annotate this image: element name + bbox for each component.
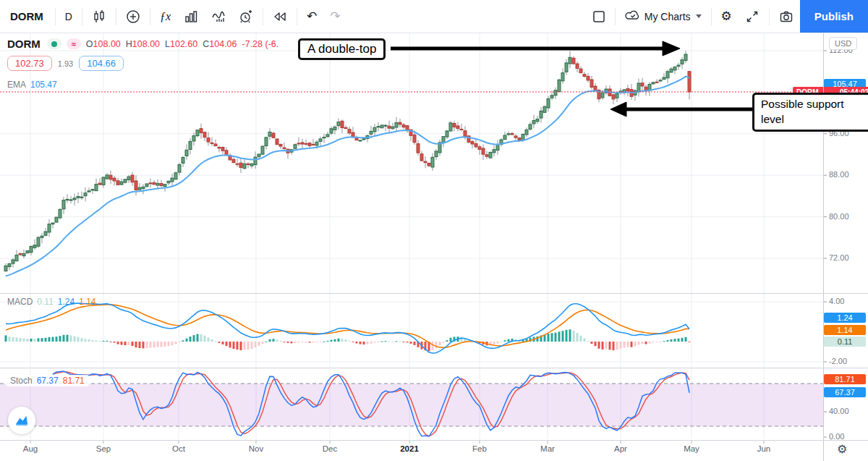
macd-line-value: 1.24 [58,297,75,307]
my-charts-label: My Charts [644,11,691,22]
chart-canvas[interactable] [0,0,868,461]
macd-signal-value: 1.14 [79,297,95,307]
market-status-dot[interactable] [47,38,61,49]
open-label: O [86,39,93,49]
redo-icon[interactable]: ↷ [323,7,346,25]
stoch-k-value: 67.37 [37,376,59,386]
bid-button[interactable]: 102.73 [7,56,52,71]
macd-legend: MACD0.111.241.14 [7,297,96,307]
macd-histogram [5,329,691,351]
change-value: -7.28 (-6. [242,39,279,49]
candle-wicks [6,51,689,272]
replay-rewind-icon[interactable] [266,7,294,27]
my-charts-button[interactable]: My Charts [618,6,708,27]
toolbar-right-group: My Charts ⚙ Publish [586,0,868,33]
macd-label: MACD [7,297,33,307]
toolbar-separator [711,8,712,25]
top-toolbar: DORM D ƒx [0,0,868,33]
macd-signal-line [6,305,689,347]
macd-hist-value: 0.11 [37,297,53,307]
layout-icon[interactable] [586,7,612,26]
macd-line [6,303,689,353]
interval-button[interactable]: D [59,8,79,25]
alert-clock-icon[interactable] [232,7,260,27]
support-level-annotation[interactable]: Possible support level [752,93,868,132]
toolbar-separator [55,8,56,25]
toolbar-separator [82,8,82,25]
stoch-d-value: 81.71 [63,376,85,386]
ema-legend: EMA105.47 [7,80,57,90]
ema-label: EMA [7,80,26,90]
ask-button[interactable]: 104.66 [79,56,124,71]
cloud-check-icon [625,9,641,24]
candles-style-icon[interactable] [85,7,113,27]
toolbar-separator [297,8,297,25]
camera-snapshot-icon[interactable] [773,7,800,27]
indicator-templates-icon[interactable] [177,7,205,27]
fullscreen-icon[interactable] [739,7,766,27]
symbol-button[interactable]: DORM [4,7,52,25]
green-dot-icon [51,41,57,47]
gridlines [0,33,823,439]
stoch-legend: Stoch67.3781.71 [6,375,89,386]
close-value: 104.06 [209,39,237,49]
stoch-band [0,384,823,426]
quote-row: 102.73 1.93 104.66 [7,56,124,71]
compare-plus-icon[interactable] [119,7,147,27]
stoch-label: Stoch [10,376,33,386]
currency-toggle[interactable]: USD [829,37,857,50]
toolbar-separator [150,8,150,25]
toolbar-separator [116,8,116,25]
spread-value: 1.93 [58,59,73,68]
toolbar-separator [263,8,263,25]
support-annotation-line1: Possible support [761,97,868,112]
undo-icon[interactable]: ↶ [300,7,323,25]
open-value: 108.00 [93,39,121,49]
close-label: C [203,39,209,49]
trading-chart-app: 112.0096.0088.0080.0072.004.00-2.0040.00… [0,0,868,461]
forecast-wave-icon[interactable] [205,7,232,27]
approx-data-icon[interactable]: ≈ [67,38,81,49]
pane-divider[interactable] [0,368,868,368]
toolbar-left-group: DORM D ƒx [0,0,347,33]
time-axis-border [0,440,868,441]
legend-symbol: DORM [7,38,41,50]
low-label: L [165,39,170,49]
high-value: 108.00 [132,39,160,49]
chevron-down-icon [696,14,702,18]
pane-divider[interactable] [0,293,868,294]
low-value: 102.60 [170,39,197,49]
support-annotation-line2: level [761,112,868,127]
settings-gear-icon[interactable]: ⚙ [715,7,739,25]
toolbar-separator [615,8,616,25]
indicators-fx-icon[interactable]: ƒx [153,7,177,26]
axis-settings-gear-icon[interactable]: ⚙ [837,442,847,456]
toolbar-separator [769,8,770,25]
symbol-legend: DORM ≈ O108.00 H108.00 L102.60 C104.06 -… [7,38,278,50]
candlestick-series [4,54,691,271]
high-label: H [126,39,132,49]
ema-value: 105.47 [30,80,57,90]
double-top-annotation[interactable]: A double-top [298,38,386,60]
tradingview-watermark-logo[interactable] [8,407,35,434]
publish-button[interactable]: Publish [800,0,868,33]
